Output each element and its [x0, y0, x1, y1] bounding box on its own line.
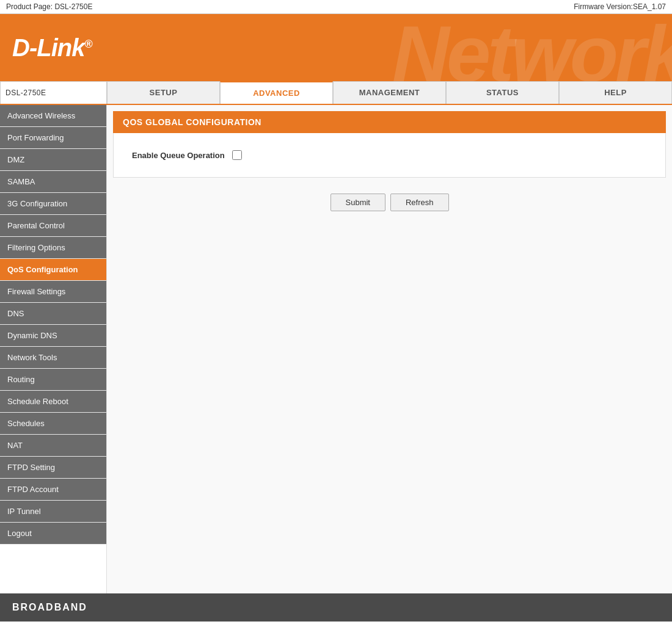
sidebar-item-network-tools[interactable]: Network Tools [0, 347, 106, 369]
layout: Advanced Wireless Port Forwarding DMZ SA… [0, 105, 672, 593]
sidebar-item-dns[interactable]: DNS [0, 303, 106, 325]
main-content: QOS GLOBAL CONFIGURATION Enable Queue Op… [107, 105, 672, 593]
sidebar-item-advanced-wireless[interactable]: Advanced Wireless [0, 105, 106, 127]
footer-label: BROADBAND [12, 602, 87, 612]
button-row: Submit Refresh [113, 184, 666, 221]
sidebar-item-ip-tunnel[interactable]: IP Tunnel [0, 501, 106, 523]
sidebar-item-dmz[interactable]: DMZ [0, 149, 106, 171]
enable-queue-label: Enable Queue Operation [132, 151, 225, 160]
sidebar-item-parental-control[interactable]: Parental Control [0, 215, 106, 237]
sidebar-item-ftpd-setting[interactable]: FTPD Setting [0, 457, 106, 479]
refresh-button[interactable]: Refresh [390, 194, 449, 211]
product-label: Product Page: DSL-2750E [6, 2, 92, 11]
submit-button[interactable]: Submit [331, 194, 385, 211]
enable-queue-checkbox[interactable] [232, 150, 242, 160]
sidebar-item-3g-configuration[interactable]: 3G Configuration [0, 193, 106, 215]
tab-status[interactable]: STATUS [446, 81, 559, 104]
sidebar-item-dynamic-dns[interactable]: Dynamic DNS [0, 325, 106, 347]
sidebar-item-schedules[interactable]: Schedules [0, 413, 106, 435]
watermark: Network [392, 14, 672, 81]
header: D-Link® Network [0, 14, 672, 81]
sidebar-item-schedule-reboot[interactable]: Schedule Reboot [0, 391, 106, 413]
section-body: Enable Queue Operation [113, 133, 666, 178]
sidebar-item-firewall-settings[interactable]: Firewall Settings [0, 281, 106, 303]
section-title: QOS GLOBAL CONFIGURATION [113, 111, 666, 133]
sidebar-item-qos-configuration[interactable]: QoS Configuration [0, 259, 106, 281]
tab-help[interactable]: HELP [559, 81, 672, 104]
sidebar-item-samba[interactable]: SAMBA [0, 171, 106, 193]
sidebar-item-filtering-options[interactable]: Filtering Options [0, 237, 106, 259]
sidebar-item-nat[interactable]: NAT [0, 435, 106, 457]
enable-queue-row: Enable Queue Operation [132, 145, 647, 165]
sidebar: Advanced Wireless Port Forwarding DMZ SA… [0, 105, 107, 593]
sidebar-item-ftpd-account[interactable]: FTPD Account [0, 479, 106, 501]
footer: BROADBAND [0, 593, 672, 622]
nav-tabs: DSL-2750E SETUP ADVANCED MANAGEMENT STAT… [0, 81, 672, 105]
sidebar-item-port-forwarding[interactable]: Port Forwarding [0, 127, 106, 149]
tab-management[interactable]: MANAGEMENT [333, 81, 446, 104]
device-label: DSL-2750E [0, 81, 107, 104]
tab-advanced[interactable]: ADVANCED [220, 81, 333, 104]
firmware-label: Firmware Version:SEA_1.07 [574, 2, 666, 11]
sidebar-item-logout[interactable]: Logout [0, 523, 106, 545]
logo: D-Link® [12, 34, 92, 62]
tab-setup[interactable]: SETUP [107, 81, 220, 104]
registered-mark: ® [84, 37, 92, 49]
top-bar: Product Page: DSL-2750E Firmware Version… [0, 0, 672, 14]
sidebar-item-routing[interactable]: Routing [0, 369, 106, 391]
